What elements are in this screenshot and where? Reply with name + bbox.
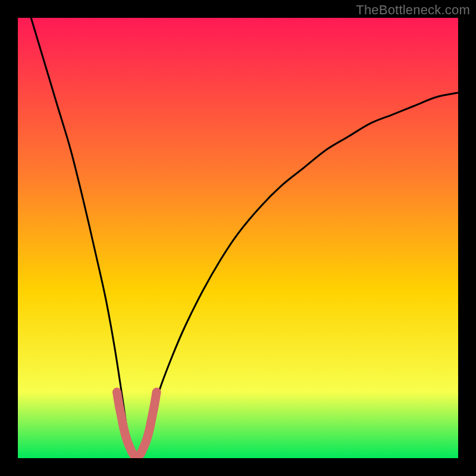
watermark-text: TheBottleneck.com (356, 2, 470, 18)
gradient-bg (18, 18, 458, 458)
bottleneck-chart (18, 18, 458, 458)
chart-frame: TheBottleneck.com (0, 0, 476, 476)
